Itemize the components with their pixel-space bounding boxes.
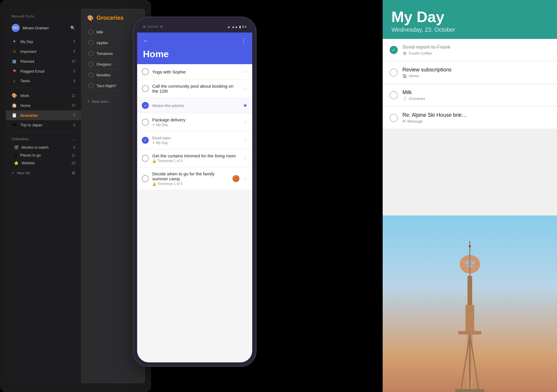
assignee-avatar xyxy=(232,175,239,182)
task-checkbox[interactable] xyxy=(390,91,398,99)
star-button[interactable]: ☆ xyxy=(243,69,248,75)
task-body: Milk 🥛 Groceries xyxy=(402,89,550,101)
myday-task-item[interactable]: Milk 🥛 Groceries xyxy=(383,84,557,107)
sidebar-item-my-day[interactable]: ✦ My Day 5 xyxy=(6,37,81,46)
task-body: Package delivery ✦ My Day xyxy=(152,117,239,127)
star-button[interactable]: ★ xyxy=(243,102,248,109)
back-button[interactable]: ← xyxy=(143,37,149,44)
add-list-button[interactable]: ⊞ xyxy=(72,170,75,175)
sidebar-item-movies[interactable]: 🎬 Movies to watch 6 xyxy=(6,143,81,151)
phone-task-item[interactable]: Get the curtains trimmed for the living … xyxy=(137,149,252,167)
sidebar-item-label: Important xyxy=(20,49,70,54)
svg-point-7 xyxy=(467,265,470,268)
phone-task-list: Yoga with Sophie ☆ Call the community po… xyxy=(137,64,252,362)
sidebar-item-groceries[interactable]: 📋 Groceries 5 xyxy=(6,110,81,120)
phone-screen: ← ⋮ Home Yoga with Sophie ☆ xyxy=(137,33,252,362)
task-text: Apples xyxy=(96,41,108,45)
sidebar-item-flagged-email[interactable]: ⚑ Flagged Email 5 xyxy=(6,66,81,76)
task-item[interactable]: Taco Night? xyxy=(87,81,139,91)
task-checkbox[interactable] xyxy=(88,62,94,67)
status-time: 9:4 xyxy=(242,25,246,28)
task-checkbox[interactable] xyxy=(142,119,149,126)
task-item[interactable]: Apples xyxy=(87,38,139,48)
task-text: Get the curtains trimmed for the living … xyxy=(152,153,239,158)
sub-icon: 🏠 xyxy=(402,74,407,78)
phone-task-item[interactable]: Call the community pool about booking on… xyxy=(137,80,252,98)
collections-header[interactable]: Collections ⌄ xyxy=(6,135,81,143)
phone-task-item[interactable]: Yoga with Sophie ☆ xyxy=(137,64,252,80)
task-item[interactable]: Oregano xyxy=(87,59,139,69)
task-text: Call the community pool about booking on… xyxy=(152,84,239,93)
task-checkbox[interactable] xyxy=(390,46,398,54)
phone-task-item[interactable]: Package delivery ✦ My Day ☆ xyxy=(137,113,252,131)
task-checkbox[interactable] xyxy=(88,40,94,45)
task-checkbox[interactable] xyxy=(142,102,149,109)
sidebar-item-important[interactable]: ☆ Important 5 xyxy=(6,46,81,56)
task-sub: ✦ My Day xyxy=(152,141,239,145)
task-text: Oregano xyxy=(96,62,111,66)
star-button[interactable]: ☆ xyxy=(243,119,248,125)
task-item[interactable]: Tomatoes xyxy=(87,48,139,59)
task-checkbox[interactable] xyxy=(390,69,398,77)
task-text: Package delivery xyxy=(152,117,239,122)
tablet-app: Microsoft To-Do MG Miriam Graham 🔍 ✦ My … xyxy=(6,9,145,383)
task-item[interactable]: Milk xyxy=(87,27,139,37)
myday-task-item[interactable]: Review subscriptions 🏠 Home xyxy=(383,62,557,84)
phone-task-item[interactable]: Decide when to go for the family summer … xyxy=(137,167,252,190)
task-checkbox[interactable] xyxy=(142,175,149,182)
phone-header: ← ⋮ Home xyxy=(137,33,252,64)
search-icon[interactable]: 🔍 xyxy=(70,26,75,30)
star-button[interactable]: ☆ xyxy=(243,175,248,182)
myday-task-item[interactable]: Send report to Frank ☕ Fourth Coffee xyxy=(383,39,557,62)
task-body: Re: Alpine Ski House brie… ✉ Message xyxy=(402,112,550,123)
task-checkbox[interactable] xyxy=(88,72,94,78)
task-checkbox[interactable] xyxy=(390,114,398,122)
svg-point-8 xyxy=(470,265,473,268)
myday-task-item[interactable]: Re: Alpine Ski House brie… ✉ Message xyxy=(383,107,557,130)
collection-count: 11 xyxy=(71,153,75,157)
sidebar-item-tasks[interactable]: ⌂ Tasks 9 xyxy=(6,76,81,86)
task-sub: ✦ My Day xyxy=(152,123,239,127)
sidebar-item-label: Home xyxy=(20,103,68,108)
task-sub: 🔔 Tomorrow 1 of 3 xyxy=(152,182,229,186)
more-menu-button[interactable]: ⋮ xyxy=(241,37,246,44)
new-list-row[interactable]: + New list ⊞ xyxy=(6,168,81,177)
sidebar-item-count: 10 xyxy=(71,103,75,107)
star-button[interactable]: ☆ xyxy=(243,137,248,143)
myday-header: My Day Wednesday, 23. October xyxy=(383,0,557,39)
sidebar-item-wishlist[interactable]: ⭐ Wishlist 23 xyxy=(6,159,81,167)
sidebar-divider-2 xyxy=(12,132,75,132)
phone-task-item[interactable]: Water the plants ★ xyxy=(137,98,252,113)
phone-list-title: Home xyxy=(143,49,246,60)
task-checkbox[interactable] xyxy=(142,137,149,144)
sidebar-item-work[interactable]: 🎨 Work 12 xyxy=(6,91,81,100)
star-button[interactable]: ☆ xyxy=(243,85,248,92)
sidebar-item-trip-to-japan[interactable]: 🗺 Trip to Japan 9 xyxy=(6,120,81,130)
star-button[interactable]: ☆ xyxy=(243,155,248,161)
new-task-row[interactable]: + New task... xyxy=(87,97,139,106)
sidebar-item-planned[interactable]: ▦ Planned 10 xyxy=(6,56,81,66)
sidebar-item-label: Trip to Japan xyxy=(20,123,70,127)
myday-title: My Day xyxy=(391,9,548,25)
sidebar-item-places[interactable]: ✈ Places to go 11 xyxy=(6,151,81,159)
phone-bezel: ▲ ▲▲ ▮ 9:4 ← ⋮ Home Yoga with Sophie xyxy=(134,17,256,366)
task-checkbox[interactable] xyxy=(88,83,94,88)
svg-rect-12 xyxy=(455,389,484,392)
sidebar-item-home[interactable]: 🏠 Home 10 xyxy=(6,100,81,110)
task-checkbox[interactable] xyxy=(142,155,149,162)
sidebar-item-label: My Day xyxy=(20,39,70,44)
speaker xyxy=(147,26,159,28)
my-day-icon: ✦ xyxy=(12,39,17,44)
task-item[interactable]: Noodles xyxy=(87,70,139,80)
planned-icon: ▦ xyxy=(12,59,17,64)
wishlist-icon: ⭐ xyxy=(14,161,19,165)
task-body: Call the community pool about booking on… xyxy=(152,84,239,93)
task-checkbox[interactable] xyxy=(88,51,94,56)
task-checkbox[interactable] xyxy=(88,29,94,35)
user-row[interactable]: MG Miriam Graham 🔍 xyxy=(6,21,81,34)
task-checkbox[interactable] xyxy=(142,85,149,92)
task-checkbox[interactable] xyxy=(142,68,149,75)
phone-task-item[interactable]: Duct tape ✦ My Day ☆ xyxy=(137,131,252,149)
signal-icon: ▲▲ xyxy=(232,25,238,28)
task-body: Decide when to go for the family summer … xyxy=(152,171,229,186)
